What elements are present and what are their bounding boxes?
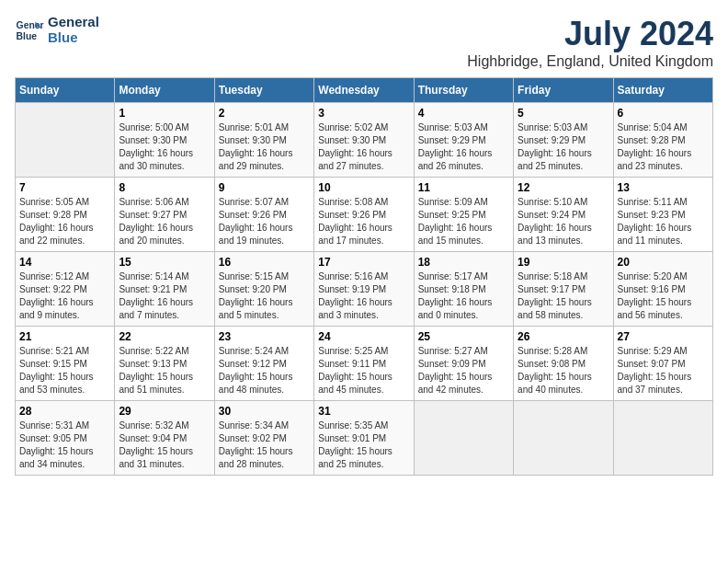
day-info: Sunrise: 5:28 AM Sunset: 9:08 PM Dayligh…	[518, 345, 609, 396]
calendar-cell: 1Sunrise: 5:00 AM Sunset: 9:30 PM Daylig…	[115, 103, 214, 178]
header-row: Sunday Monday Tuesday Wednesday Thursday…	[16, 78, 713, 103]
calendar-cell: 7Sunrise: 5:05 AM Sunset: 9:28 PM Daylig…	[16, 178, 115, 252]
day-number: 30	[219, 405, 310, 418]
week-row-4: 21Sunrise: 5:21 AM Sunset: 9:15 PM Dayli…	[16, 327, 713, 401]
calendar-cell: 18Sunrise: 5:17 AM Sunset: 9:18 PM Dayli…	[414, 252, 513, 327]
calendar-cell: 24Sunrise: 5:25 AM Sunset: 9:11 PM Dayli…	[314, 327, 414, 401]
day-info: Sunrise: 5:16 AM Sunset: 9:19 PM Dayligh…	[318, 270, 409, 322]
calendar-cell: 9Sunrise: 5:07 AM Sunset: 9:26 PM Daylig…	[214, 178, 313, 252]
day-number: 22	[119, 330, 210, 343]
day-number: 3	[318, 107, 409, 120]
day-number: 28	[19, 405, 110, 418]
day-info: Sunrise: 5:00 AM Sunset: 9:30 PM Dayligh…	[119, 121, 210, 173]
day-number: 9	[219, 181, 310, 194]
calendar-cell: 12Sunrise: 5:10 AM Sunset: 9:24 PM Dayli…	[514, 178, 613, 252]
month-year-title: July 2024	[467, 15, 713, 53]
day-number: 31	[318, 405, 409, 418]
day-number: 10	[318, 181, 409, 194]
calendar-table: Sunday Monday Tuesday Wednesday Thursday…	[15, 77, 713, 476]
calendar-cell: 13Sunrise: 5:11 AM Sunset: 9:23 PM Dayli…	[613, 178, 712, 252]
day-number: 16	[219, 256, 310, 269]
calendar-cell: 2Sunrise: 5:01 AM Sunset: 9:30 PM Daylig…	[214, 103, 313, 178]
header-thursday: Thursday	[414, 78, 513, 103]
day-info: Sunrise: 5:22 AM Sunset: 9:13 PM Dayligh…	[119, 345, 210, 396]
day-number: 7	[19, 181, 110, 194]
day-info: Sunrise: 5:01 AM Sunset: 9:30 PM Dayligh…	[219, 121, 310, 173]
day-number: 17	[318, 256, 409, 269]
day-number: 24	[318, 330, 409, 343]
day-info: Sunrise: 5:03 AM Sunset: 9:29 PM Dayligh…	[418, 121, 509, 173]
day-info: Sunrise: 5:15 AM Sunset: 9:20 PM Dayligh…	[219, 270, 310, 322]
day-info: Sunrise: 5:04 AM Sunset: 9:28 PM Dayligh…	[618, 121, 709, 173]
calendar-cell: 30Sunrise: 5:34 AM Sunset: 9:02 PM Dayli…	[214, 401, 313, 476]
day-number: 2	[219, 107, 310, 120]
calendar-cell: 29Sunrise: 5:32 AM Sunset: 9:04 PM Dayli…	[115, 401, 214, 476]
day-info: Sunrise: 5:09 AM Sunset: 9:25 PM Dayligh…	[418, 196, 509, 247]
day-number: 20	[618, 256, 709, 269]
day-number: 13	[618, 181, 709, 194]
header-wednesday: Wednesday	[314, 78, 414, 103]
calendar-body: 1Sunrise: 5:00 AM Sunset: 9:30 PM Daylig…	[16, 103, 713, 476]
calendar-cell: 20Sunrise: 5:20 AM Sunset: 9:16 PM Dayli…	[613, 252, 712, 327]
week-row-5: 28Sunrise: 5:31 AM Sunset: 9:05 PM Dayli…	[16, 401, 713, 476]
day-info: Sunrise: 5:24 AM Sunset: 9:12 PM Dayligh…	[219, 345, 310, 396]
day-info: Sunrise: 5:35 AM Sunset: 9:01 PM Dayligh…	[318, 419, 409, 471]
day-info: Sunrise: 5:32 AM Sunset: 9:04 PM Dayligh…	[119, 419, 210, 471]
calendar-cell: 23Sunrise: 5:24 AM Sunset: 9:12 PM Dayli…	[214, 327, 313, 401]
calendar-cell: 21Sunrise: 5:21 AM Sunset: 9:15 PM Dayli…	[16, 327, 115, 401]
day-number: 11	[418, 181, 509, 194]
day-number: 15	[119, 256, 210, 269]
calendar-cell: 17Sunrise: 5:16 AM Sunset: 9:19 PM Dayli…	[314, 252, 414, 327]
calendar-cell: 10Sunrise: 5:08 AM Sunset: 9:26 PM Dayli…	[314, 178, 414, 252]
day-info: Sunrise: 5:34 AM Sunset: 9:02 PM Dayligh…	[219, 419, 310, 471]
svg-text:Blue: Blue	[17, 30, 38, 40]
header-friday: Friday	[514, 78, 613, 103]
logo-icon: General Blue	[15, 16, 44, 45]
calendar-cell: 19Sunrise: 5:18 AM Sunset: 9:17 PM Dayli…	[514, 252, 613, 327]
day-info: Sunrise: 5:08 AM Sunset: 9:26 PM Dayligh…	[318, 196, 409, 247]
calendar-cell: 22Sunrise: 5:22 AM Sunset: 9:13 PM Dayli…	[115, 327, 214, 401]
week-row-1: 1Sunrise: 5:00 AM Sunset: 9:30 PM Daylig…	[16, 103, 713, 178]
calendar-cell: 14Sunrise: 5:12 AM Sunset: 9:22 PM Dayli…	[16, 252, 115, 327]
calendar-cell: 4Sunrise: 5:03 AM Sunset: 9:29 PM Daylig…	[414, 103, 513, 178]
day-info: Sunrise: 5:25 AM Sunset: 9:11 PM Dayligh…	[318, 345, 409, 396]
calendar-cell: 11Sunrise: 5:09 AM Sunset: 9:25 PM Dayli…	[414, 178, 513, 252]
calendar-cell	[16, 103, 115, 178]
day-info: Sunrise: 5:27 AM Sunset: 9:09 PM Dayligh…	[418, 345, 509, 396]
day-info: Sunrise: 5:17 AM Sunset: 9:18 PM Dayligh…	[418, 270, 509, 322]
calendar-header: Sunday Monday Tuesday Wednesday Thursday…	[16, 78, 713, 103]
day-info: Sunrise: 5:06 AM Sunset: 9:27 PM Dayligh…	[119, 196, 210, 247]
day-info: Sunrise: 5:29 AM Sunset: 9:07 PM Dayligh…	[618, 345, 709, 396]
day-number: 25	[418, 330, 509, 343]
calendar-cell	[613, 401, 712, 476]
calendar-cell: 8Sunrise: 5:06 AM Sunset: 9:27 PM Daylig…	[115, 178, 214, 252]
calendar-cell: 6Sunrise: 5:04 AM Sunset: 9:28 PM Daylig…	[613, 103, 712, 178]
day-info: Sunrise: 5:10 AM Sunset: 9:24 PM Dayligh…	[518, 196, 609, 247]
logo-line2: Blue	[48, 30, 99, 46]
day-number: 14	[19, 256, 110, 269]
day-number: 19	[518, 256, 609, 269]
day-info: Sunrise: 5:12 AM Sunset: 9:22 PM Dayligh…	[19, 270, 110, 322]
day-info: Sunrise: 5:07 AM Sunset: 9:26 PM Dayligh…	[219, 196, 310, 247]
calendar-cell: 31Sunrise: 5:35 AM Sunset: 9:01 PM Dayli…	[314, 401, 414, 476]
day-number: 21	[19, 330, 110, 343]
day-info: Sunrise: 5:21 AM Sunset: 9:15 PM Dayligh…	[19, 345, 110, 396]
logo-line1: General	[48, 15, 99, 30]
week-row-3: 14Sunrise: 5:12 AM Sunset: 9:22 PM Dayli…	[16, 252, 713, 327]
calendar-cell: 27Sunrise: 5:29 AM Sunset: 9:07 PM Dayli…	[613, 327, 712, 401]
day-number: 29	[119, 405, 210, 418]
calendar-cell: 5Sunrise: 5:03 AM Sunset: 9:29 PM Daylig…	[514, 103, 613, 178]
day-number: 8	[119, 181, 210, 194]
calendar-cell: 28Sunrise: 5:31 AM Sunset: 9:05 PM Dayli…	[16, 401, 115, 476]
day-info: Sunrise: 5:18 AM Sunset: 9:17 PM Dayligh…	[518, 270, 609, 322]
logo: General Blue General Blue	[15, 15, 99, 45]
day-info: Sunrise: 5:31 AM Sunset: 9:05 PM Dayligh…	[19, 419, 110, 471]
day-number: 23	[219, 330, 310, 343]
page-header: General Blue General Blue July 2024 High…	[15, 15, 713, 70]
calendar-cell: 15Sunrise: 5:14 AM Sunset: 9:21 PM Dayli…	[115, 252, 214, 327]
header-saturday: Saturday	[613, 78, 712, 103]
location-subtitle: Highbridge, England, United Kingdom	[467, 53, 713, 70]
calendar-cell: 26Sunrise: 5:28 AM Sunset: 9:08 PM Dayli…	[514, 327, 613, 401]
calendar-cell	[514, 401, 613, 476]
calendar-cell: 3Sunrise: 5:02 AM Sunset: 9:30 PM Daylig…	[314, 103, 414, 178]
